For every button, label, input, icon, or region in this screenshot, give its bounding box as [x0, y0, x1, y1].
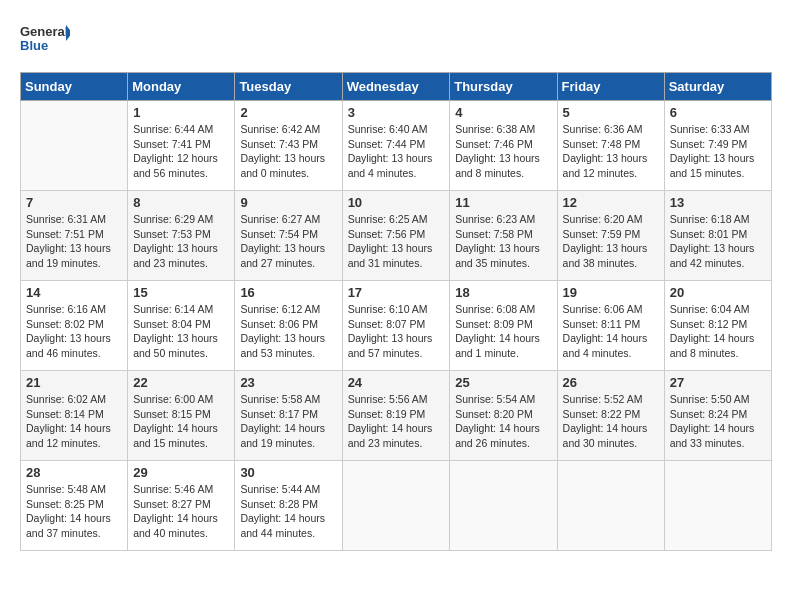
day-number: 5 [563, 105, 659, 120]
day-info: Sunrise: 5:54 AMSunset: 8:20 PMDaylight:… [455, 392, 551, 451]
day-number: 1 [133, 105, 229, 120]
calendar-cell: 7Sunrise: 6:31 AMSunset: 7:51 PMDaylight… [21, 191, 128, 281]
day-number: 3 [348, 105, 445, 120]
calendar-table: SundayMondayTuesdayWednesdayThursdayFrid… [20, 72, 772, 551]
week-row-4: 21Sunrise: 6:02 AMSunset: 8:14 PMDayligh… [21, 371, 772, 461]
calendar-cell [21, 101, 128, 191]
day-number: 29 [133, 465, 229, 480]
day-info: Sunrise: 6:02 AMSunset: 8:14 PMDaylight:… [26, 392, 122, 451]
calendar-cell [664, 461, 771, 551]
day-info: Sunrise: 6:18 AMSunset: 8:01 PMDaylight:… [670, 212, 766, 271]
day-info: Sunrise: 6:12 AMSunset: 8:06 PMDaylight:… [240, 302, 336, 361]
day-info: Sunrise: 6:33 AMSunset: 7:49 PMDaylight:… [670, 122, 766, 181]
day-number: 28 [26, 465, 122, 480]
day-number: 15 [133, 285, 229, 300]
calendar-cell: 11Sunrise: 6:23 AMSunset: 7:58 PMDayligh… [450, 191, 557, 281]
day-number: 17 [348, 285, 445, 300]
day-number: 20 [670, 285, 766, 300]
week-row-5: 28Sunrise: 5:48 AMSunset: 8:25 PMDayligh… [21, 461, 772, 551]
day-number: 19 [563, 285, 659, 300]
day-info: Sunrise: 6:42 AMSunset: 7:43 PMDaylight:… [240, 122, 336, 181]
calendar-cell: 10Sunrise: 6:25 AMSunset: 7:56 PMDayligh… [342, 191, 450, 281]
day-number: 24 [348, 375, 445, 390]
day-info: Sunrise: 6:10 AMSunset: 8:07 PMDaylight:… [348, 302, 445, 361]
day-info: Sunrise: 6:44 AMSunset: 7:41 PMDaylight:… [133, 122, 229, 181]
day-number: 26 [563, 375, 659, 390]
day-number: 12 [563, 195, 659, 210]
day-info: Sunrise: 5:58 AMSunset: 8:17 PMDaylight:… [240, 392, 336, 451]
calendar-cell: 20Sunrise: 6:04 AMSunset: 8:12 PMDayligh… [664, 281, 771, 371]
calendar-cell: 5Sunrise: 6:36 AMSunset: 7:48 PMDaylight… [557, 101, 664, 191]
day-info: Sunrise: 6:16 AMSunset: 8:02 PMDaylight:… [26, 302, 122, 361]
week-row-3: 14Sunrise: 6:16 AMSunset: 8:02 PMDayligh… [21, 281, 772, 371]
calendar-cell: 16Sunrise: 6:12 AMSunset: 8:06 PMDayligh… [235, 281, 342, 371]
day-number: 18 [455, 285, 551, 300]
day-number: 27 [670, 375, 766, 390]
day-info: Sunrise: 5:46 AMSunset: 8:27 PMDaylight:… [133, 482, 229, 541]
day-header-thursday: Thursday [450, 73, 557, 101]
day-number: 13 [670, 195, 766, 210]
day-info: Sunrise: 6:23 AMSunset: 7:58 PMDaylight:… [455, 212, 551, 271]
calendar-cell: 1Sunrise: 6:44 AMSunset: 7:41 PMDaylight… [128, 101, 235, 191]
day-number: 21 [26, 375, 122, 390]
header: General Blue [20, 20, 772, 62]
week-row-1: 1Sunrise: 6:44 AMSunset: 7:41 PMDaylight… [21, 101, 772, 191]
calendar-cell: 24Sunrise: 5:56 AMSunset: 8:19 PMDayligh… [342, 371, 450, 461]
day-number: 10 [348, 195, 445, 210]
calendar-cell: 15Sunrise: 6:14 AMSunset: 8:04 PMDayligh… [128, 281, 235, 371]
day-header-monday: Monday [128, 73, 235, 101]
day-number: 2 [240, 105, 336, 120]
calendar-cell: 29Sunrise: 5:46 AMSunset: 8:27 PMDayligh… [128, 461, 235, 551]
day-header-friday: Friday [557, 73, 664, 101]
day-info: Sunrise: 6:04 AMSunset: 8:12 PMDaylight:… [670, 302, 766, 361]
calendar-cell: 26Sunrise: 5:52 AMSunset: 8:22 PMDayligh… [557, 371, 664, 461]
day-info: Sunrise: 5:44 AMSunset: 8:28 PMDaylight:… [240, 482, 336, 541]
calendar-cell: 13Sunrise: 6:18 AMSunset: 8:01 PMDayligh… [664, 191, 771, 281]
calendar-cell: 25Sunrise: 5:54 AMSunset: 8:20 PMDayligh… [450, 371, 557, 461]
day-info: Sunrise: 6:20 AMSunset: 7:59 PMDaylight:… [563, 212, 659, 271]
day-info: Sunrise: 6:31 AMSunset: 7:51 PMDaylight:… [26, 212, 122, 271]
calendar-cell [342, 461, 450, 551]
calendar-cell: 9Sunrise: 6:27 AMSunset: 7:54 PMDaylight… [235, 191, 342, 281]
day-header-wednesday: Wednesday [342, 73, 450, 101]
calendar-cell: 14Sunrise: 6:16 AMSunset: 8:02 PMDayligh… [21, 281, 128, 371]
day-info: Sunrise: 5:50 AMSunset: 8:24 PMDaylight:… [670, 392, 766, 451]
day-number: 9 [240, 195, 336, 210]
day-number: 4 [455, 105, 551, 120]
day-info: Sunrise: 6:00 AMSunset: 8:15 PMDaylight:… [133, 392, 229, 451]
calendar-cell: 22Sunrise: 6:00 AMSunset: 8:15 PMDayligh… [128, 371, 235, 461]
calendar-cell: 17Sunrise: 6:10 AMSunset: 8:07 PMDayligh… [342, 281, 450, 371]
day-number: 30 [240, 465, 336, 480]
calendar-cell: 3Sunrise: 6:40 AMSunset: 7:44 PMDaylight… [342, 101, 450, 191]
day-info: Sunrise: 6:14 AMSunset: 8:04 PMDaylight:… [133, 302, 229, 361]
svg-text:General: General [20, 24, 68, 39]
day-number: 22 [133, 375, 229, 390]
day-info: Sunrise: 6:36 AMSunset: 7:48 PMDaylight:… [563, 122, 659, 181]
calendar-cell: 12Sunrise: 6:20 AMSunset: 7:59 PMDayligh… [557, 191, 664, 281]
day-number: 6 [670, 105, 766, 120]
calendar-cell: 6Sunrise: 6:33 AMSunset: 7:49 PMDaylight… [664, 101, 771, 191]
calendar-cell: 28Sunrise: 5:48 AMSunset: 8:25 PMDayligh… [21, 461, 128, 551]
day-number: 8 [133, 195, 229, 210]
day-info: Sunrise: 6:08 AMSunset: 8:09 PMDaylight:… [455, 302, 551, 361]
logo-svg: General Blue [20, 20, 70, 62]
calendar-cell: 18Sunrise: 6:08 AMSunset: 8:09 PMDayligh… [450, 281, 557, 371]
calendar-cell: 4Sunrise: 6:38 AMSunset: 7:46 PMDaylight… [450, 101, 557, 191]
day-number: 11 [455, 195, 551, 210]
logo: General Blue [20, 20, 70, 62]
calendar-cell: 27Sunrise: 5:50 AMSunset: 8:24 PMDayligh… [664, 371, 771, 461]
calendar-cell: 8Sunrise: 6:29 AMSunset: 7:53 PMDaylight… [128, 191, 235, 281]
calendar-cell: 19Sunrise: 6:06 AMSunset: 8:11 PMDayligh… [557, 281, 664, 371]
day-number: 23 [240, 375, 336, 390]
svg-text:Blue: Blue [20, 38, 48, 53]
day-header-sunday: Sunday [21, 73, 128, 101]
day-info: Sunrise: 6:06 AMSunset: 8:11 PMDaylight:… [563, 302, 659, 361]
day-number: 16 [240, 285, 336, 300]
header-row: SundayMondayTuesdayWednesdayThursdayFrid… [21, 73, 772, 101]
calendar-cell: 23Sunrise: 5:58 AMSunset: 8:17 PMDayligh… [235, 371, 342, 461]
day-info: Sunrise: 6:38 AMSunset: 7:46 PMDaylight:… [455, 122, 551, 181]
week-row-2: 7Sunrise: 6:31 AMSunset: 7:51 PMDaylight… [21, 191, 772, 281]
day-info: Sunrise: 6:25 AMSunset: 7:56 PMDaylight:… [348, 212, 445, 271]
calendar-cell: 2Sunrise: 6:42 AMSunset: 7:43 PMDaylight… [235, 101, 342, 191]
day-info: Sunrise: 5:48 AMSunset: 8:25 PMDaylight:… [26, 482, 122, 541]
